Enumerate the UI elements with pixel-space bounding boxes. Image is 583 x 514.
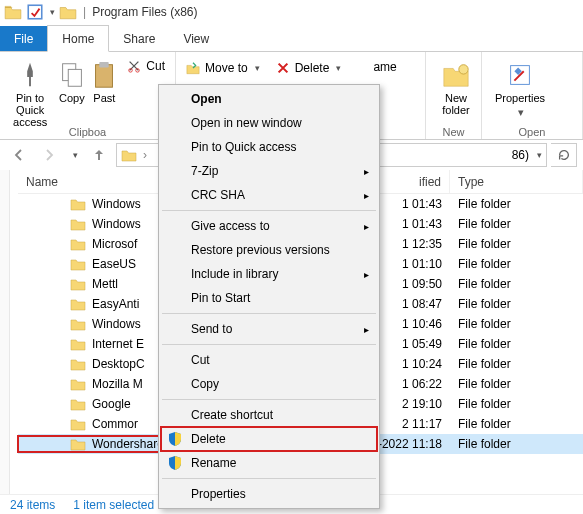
folder-icon [70,396,86,412]
breadcrumb-chevron-icon[interactable]: › [143,148,147,162]
file-name: Microsof [92,237,137,251]
folder-icon [70,216,86,232]
folder-icon [70,296,86,312]
cell-type: File folder [450,217,583,231]
ctx-7zip[interactable]: 7-Zip▸ [161,159,377,183]
ctx-separator [162,478,376,479]
svg-point-7 [459,65,468,74]
cell-type: File folder [450,317,583,331]
ctx-pin-quick-access[interactable]: Pin to Quick access [161,135,377,159]
cell-type: File folder [450,337,583,351]
chevron-right-icon: ▸ [364,190,369,201]
copy-button[interactable]: Copy [54,56,89,128]
tab-share[interactable]: Share [109,26,169,51]
refresh-button[interactable] [551,143,577,167]
recent-dropdown[interactable]: ▾ [66,142,82,168]
chevron-right-icon: ▸ [364,221,369,232]
ctx-pin-start[interactable]: Pin to Start [161,286,377,310]
file-name: DesktopC [92,357,145,371]
file-name: Mozilla M [92,377,143,391]
file-name: Wondershare [92,437,164,451]
cell-type: File folder [450,197,583,211]
ctx-restore-versions[interactable]: Restore previous versions [161,238,377,262]
move-to-button[interactable]: Move to▾ [182,60,264,76]
ctx-separator [162,344,376,345]
group-label-clipboard: Clipboa [0,126,175,138]
ribbon-tabs: File Home Share View [0,24,583,52]
status-item-count: 24 items [10,498,55,512]
file-name: Google [92,397,131,411]
properties-button[interactable]: Properties▾ [488,56,552,118]
ctx-open-new-window[interactable]: Open in new window [161,111,377,135]
shield-icon [167,455,183,471]
cell-type: File folder [450,297,583,311]
delete-button[interactable]: Delete▾ [272,60,346,76]
cell-type: File folder [450,377,583,391]
file-name: EasyAnti [92,297,139,311]
file-name: Commor [92,417,138,431]
cell-type: File folder [450,277,583,291]
ctx-create-shortcut[interactable]: Create shortcut [161,403,377,427]
cell-type: File folder [450,357,583,371]
tab-home[interactable]: Home [47,25,109,52]
chevron-right-icon: ▸ [364,269,369,280]
cut-button[interactable]: Cut [123,58,169,74]
folder-icon [70,336,86,352]
ctx-send-to[interactable]: Send to▸ [161,317,377,341]
folder-icon [70,376,86,392]
new-folder-button[interactable]: New folder [432,56,480,116]
pin-quick-access-button[interactable]: Pin to Quick access [6,56,54,128]
ctx-cut[interactable]: Cut [161,348,377,372]
chevron-right-icon: ▸ [364,166,369,177]
file-name: EaseUS [92,257,136,271]
address-tail: 86) [512,148,529,162]
forward-button[interactable] [36,142,62,168]
up-button[interactable] [86,142,112,168]
cell-type: File folder [450,437,583,451]
ctx-copy[interactable]: Copy [161,372,377,396]
status-selection: 1 item selected [73,498,154,512]
address-dropdown-icon[interactable]: ▾ [537,150,542,160]
folder-icon [70,236,86,252]
group-label-new: New [426,126,481,138]
title-bar: ▾ | Program Files (x86) [0,0,583,24]
cell-type: File folder [450,257,583,271]
ctx-properties[interactable]: Properties [161,482,377,506]
folder-icon [70,436,86,452]
save-icon[interactable] [26,3,44,21]
ctx-separator [162,313,376,314]
ctx-rename[interactable]: Rename [161,451,377,475]
file-name: Windows [92,317,141,331]
qat-dropdown-icon[interactable]: ▾ [50,7,55,17]
file-name: Windows [92,217,141,231]
cell-type: File folder [450,237,583,251]
folder-icon [59,3,77,21]
group-label-open: Open [482,126,582,138]
folder-icon [70,316,86,332]
ctx-delete[interactable]: Delete [161,427,377,451]
ctx-open[interactable]: Open [161,87,377,111]
title-separator: | [83,5,86,19]
svg-rect-2 [68,69,81,86]
shield-icon [167,431,183,447]
back-button[interactable] [6,142,32,168]
ctx-separator [162,399,376,400]
cell-type: File folder [450,397,583,411]
ctx-give-access[interactable]: Give access to▸ [161,214,377,238]
ctx-crc-sha[interactable]: CRC SHA▸ [161,183,377,207]
folder-icon [70,196,86,212]
folder-icon [70,276,86,292]
ctx-include-library[interactable]: Include in library▸ [161,262,377,286]
column-type[interactable]: Type [450,170,583,193]
cell-type: File folder [450,417,583,431]
ctx-separator [162,210,376,211]
ribbon-group-open: Properties▾ Open [482,52,583,139]
nav-pane-edge [0,170,10,494]
file-name: Internet E [92,337,144,351]
tab-view[interactable]: View [169,26,223,51]
ribbon-group-clipboard: Pin to Quick access Copy Past Cut Clipbo… [0,52,176,139]
svg-rect-4 [100,62,109,68]
tab-file[interactable]: File [0,26,47,51]
folder-icon [70,256,86,272]
paste-button[interactable]: Past [89,56,119,128]
